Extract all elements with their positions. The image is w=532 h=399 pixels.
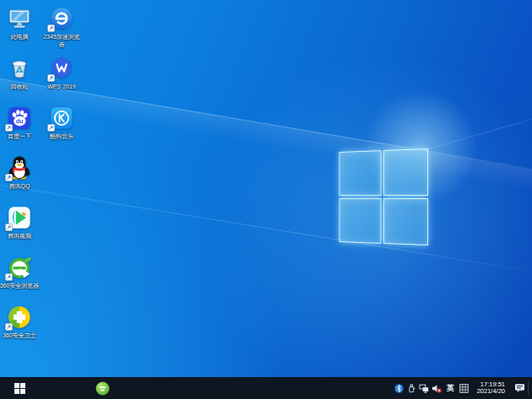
shortcut-arrow-badge — [5, 323, 13, 331]
ime-keyboard-button[interactable] — [458, 377, 470, 399]
desktop-item-360-browser[interactable]: 360安全浏览器 — [0, 255, 43, 290]
desktop-item-label: 2345加速浏览器 — [42, 34, 82, 48]
desktop-item-label: 百度一下 — [0, 133, 40, 141]
computer-icon — [7, 6, 32, 31]
qq-penguin-icon — [7, 155, 32, 181]
volume-muted-icon — [432, 384, 442, 393]
desktop-item-tencent-video[interactable]: 腾讯视频 — [0, 205, 43, 240]
desktop-item-label: 腾讯视频 — [0, 233, 40, 240]
taskbar-app-360[interactable] — [90, 377, 115, 399]
action-center-button[interactable] — [511, 377, 528, 399]
desktop-item-label: 此电脑 — [0, 34, 40, 41]
taskbar-clock[interactable]: 17:19:51 2021/4/20 — [470, 381, 511, 396]
clock-date: 2021/4/20 — [477, 388, 505, 396]
show-desktop-button[interactable] — [529, 377, 532, 399]
desktop-item-label: WPS 2019 — [42, 84, 82, 91]
windows-logo-pane — [383, 148, 428, 196]
taskbar: 英 17:19:51 2021/4/20 — [0, 377, 532, 399]
usb-tray-button[interactable] — [405, 377, 418, 399]
shortcut-arrow-badge — [5, 224, 13, 231]
desktop-item-label: 回收站 — [0, 84, 40, 91]
action-center-icon — [514, 383, 525, 393]
shortcut-arrow-badge — [47, 124, 55, 132]
bluetooth-tray-button[interactable] — [393, 377, 405, 399]
windows-start-icon — [14, 383, 25, 394]
svg-text:du: du — [16, 118, 24, 124]
shortcut-arrow-badge — [47, 74, 55, 82]
tencent-video-icon — [7, 205, 32, 230]
wps-icon — [49, 56, 74, 81]
network-display-icon — [419, 384, 429, 393]
desktop-item-recycle-bin[interactable]: 回收站 — [0, 56, 43, 91]
shortcut-arrow-badge — [5, 273, 13, 281]
light-ray — [0, 181, 532, 276]
desktop-item-wps-2019[interactable]: WPS 2019 — [38, 56, 85, 91]
desktop-item-label: 酷狗音乐 — [42, 133, 82, 141]
desktop-item-360-safe[interactable]: 360安全卫士 — [0, 305, 43, 340]
2345-browser-icon — [49, 6, 74, 31]
windows-logo-wallpaper — [339, 148, 428, 245]
desktop-item-qq[interactable]: 腾讯QQ — [0, 155, 43, 191]
ime-language-indicator[interactable]: 英 — [443, 383, 458, 394]
start-button[interactable] — [0, 377, 39, 399]
shortcut-arrow-badge — [5, 174, 13, 181]
recycle-bin-icon — [7, 56, 32, 81]
desktop-item-label: 360安全浏览器 — [0, 283, 40, 290]
desktop-item-this-pc[interactable]: 此电脑 — [0, 6, 43, 41]
usb-device-icon — [407, 384, 416, 393]
volume-tray-button[interactable] — [431, 377, 443, 399]
green-360-app-icon — [95, 381, 110, 396]
network-tray-button[interactable] — [418, 377, 431, 399]
desktop-item-kugou[interactable]: 酷狗音乐 — [38, 105, 85, 141]
bluetooth-icon — [394, 384, 404, 393]
desktop-item-label: 腾讯QQ — [0, 183, 40, 191]
light-ray — [422, 113, 532, 151]
ime-keyboard-icon — [459, 384, 469, 393]
360-browser-icon — [7, 255, 32, 280]
desktop-item-2345-browser[interactable]: 2345加速浏览器 — [38, 6, 85, 48]
windows-logo-pane — [383, 198, 428, 245]
baidu-icon: du — [7, 105, 32, 131]
windows-logo-pane — [339, 150, 381, 196]
shortcut-arrow-badge — [5, 124, 13, 132]
desktop-screen: 此电脑 2345加速浏览器 回收站 — [0, 0, 532, 399]
shortcut-arrow-badge — [47, 24, 55, 32]
desktop-item-label: 360安全卫士 — [0, 332, 40, 340]
windows-logo-pane — [339, 198, 381, 244]
system-tray: 英 17:19:51 2021/4/20 — [393, 377, 532, 399]
kugou-music-icon — [49, 105, 74, 131]
360-safe-icon — [7, 305, 32, 330]
desktop-item-baidu[interactable]: du 百度一下 — [0, 105, 43, 141]
